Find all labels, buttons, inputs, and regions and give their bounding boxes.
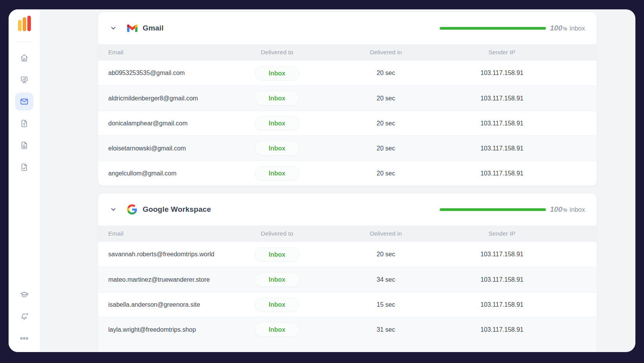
table-row: aldricmildenberger8@gmail.comInbox20 sec…: [98, 86, 597, 111]
inbox-progress-bar: [440, 27, 546, 30]
column-header-sender-ip: Sender IP: [442, 49, 562, 56]
percent-value: 100: [550, 24, 562, 32]
column-header-sender-ip: Sender IP: [442, 230, 562, 237]
column-header-email: Email: [98, 49, 224, 56]
table-row: donicalamphear@gmail.comInbox20 sec103.1…: [98, 111, 597, 136]
sender-ip-cell: 103.117.158.91: [442, 301, 562, 308]
presentation-chart-icon: [20, 75, 29, 84]
table-row: savannah.roberts@freedomtrips.worldInbox…: [98, 242, 597, 267]
table-body: ab0953253535@gmail.comInbox20 sec103.117…: [98, 61, 597, 186]
delivered-to-cell: Inbox: [224, 297, 330, 312]
sidebar-item-notifications[interactable]: [15, 308, 33, 325]
delivered-in-cell: 20 sec: [330, 70, 442, 77]
sidebar-item-checklist[interactable]: [15, 158, 33, 176]
inbox-percent: 100 % inbox: [550, 24, 585, 32]
envelope-icon: [20, 97, 29, 106]
delivered-in-cell: 20 sec: [330, 145, 442, 152]
inbox-rate: 100 % inbox: [440, 24, 585, 32]
column-header-delivered-to: Delivered to: [224, 230, 330, 237]
provider-card-gmail: Gmail 100 % inbox Email Delivered to Del…: [98, 12, 597, 186]
card-filler: [98, 342, 597, 352]
file-check-icon: [20, 163, 29, 172]
email-cell: layla.wright@freedomtrips.shop: [98, 326, 224, 333]
table-row: ab0953253535@gmail.comInbox20 sec103.117…: [98, 61, 597, 86]
provider-title: Gmail: [143, 24, 164, 32]
collapse-section-button[interactable]: [109, 205, 118, 214]
sidebar-item-reports[interactable]: [15, 136, 33, 154]
app-window: Gmail 100 % inbox Email Delivered to Del…: [9, 9, 635, 352]
email-cell: aldricmildenberger8@gmail.com: [98, 95, 224, 102]
delivered-to-cell: Inbox: [224, 247, 330, 262]
sender-ip-cell: 103.117.158.91: [442, 70, 562, 77]
sidebar-bottom: [15, 286, 33, 347]
card-header: Google Workspace 100 % inbox: [98, 193, 597, 225]
google-icon: [127, 204, 138, 215]
table-header: Email Delivered to Delivered in Sender I…: [98, 44, 597, 61]
provider-card-google-workspace: Google Workspace 100 % inbox Email Deliv…: [98, 193, 597, 352]
percent-value: 100: [550, 205, 562, 214]
bell-plus-icon: [20, 312, 29, 321]
email-cell: angelcullom@gmail.com: [98, 170, 224, 177]
table-header: Email Delivered to Delivered in Sender I…: [98, 225, 597, 242]
delivered-in-cell: 15 sec: [330, 301, 442, 308]
ellipsis-icon: [20, 334, 29, 343]
sidebar-item-analytics[interactable]: [15, 71, 33, 89]
inbox-badge: Inbox: [255, 116, 299, 131]
collapse-section-button[interactable]: [109, 24, 118, 32]
provider-title: Google Workspace: [143, 205, 211, 214]
sender-ip-cell: 103.117.158.91: [442, 95, 562, 102]
inbox-badge: Inbox: [255, 297, 299, 312]
delivered-to-cell: Inbox: [224, 166, 330, 181]
inbox-progress-bar: [440, 208, 546, 211]
logo-bar: [27, 16, 31, 31]
percent-sign: %: [563, 26, 567, 32]
inbox-badge: Inbox: [255, 166, 299, 181]
table-row: eloisetarnowski@gmail.comInbox20 sec103.…: [98, 136, 597, 161]
delivered-to-cell: Inbox: [224, 116, 330, 131]
inbox-label: inbox: [570, 206, 585, 213]
file-text-icon: [20, 119, 29, 128]
sidebar-item-home[interactable]: [15, 49, 33, 67]
inbox-badge: Inbox: [255, 141, 299, 156]
inbox-badge: Inbox: [255, 66, 299, 80]
chevron-down-icon: [110, 25, 117, 32]
delivered-in-cell: 20 sec: [330, 95, 442, 102]
inbox-percent: 100 % inbox: [550, 205, 585, 214]
delivered-to-cell: Inbox: [224, 66, 330, 80]
sender-ip-cell: 103.117.158.91: [442, 120, 562, 127]
sidebar: [9, 9, 40, 352]
delivered-to-cell: Inbox: [224, 91, 330, 106]
table-row: mateo.martinez@truewanderer.storeInbox34…: [98, 267, 597, 292]
delivered-to-cell: Inbox: [224, 272, 330, 287]
sidebar-item-email-tests[interactable]: [15, 93, 33, 111]
email-cell: isabella.anderson@greenora.site: [98, 301, 224, 308]
logo-bar: [18, 20, 21, 31]
card-header: Gmail 100 % inbox: [98, 12, 597, 44]
delivered-in-cell: 20 sec: [330, 170, 442, 177]
table-row: angelcullom@gmail.comInbox20 sec103.117.…: [98, 161, 597, 186]
inbox-badge: Inbox: [255, 272, 299, 287]
app-logo-icon[interactable]: [18, 16, 31, 31]
email-cell: savannah.roberts@freedomtrips.world: [98, 251, 224, 258]
column-header-delivered-in: Delivered in: [330, 230, 442, 237]
table-body: savannah.roberts@freedomtrips.worldInbox…: [98, 242, 597, 342]
sender-ip-cell: 103.117.158.91: [442, 170, 562, 177]
delivered-to-cell: Inbox: [224, 322, 330, 337]
column-header-delivered-to: Delivered to: [224, 49, 330, 56]
email-cell: ab0953253535@gmail.com: [98, 70, 224, 77]
main-content: Gmail 100 % inbox Email Delivered to Del…: [40, 9, 635, 352]
inbox-badge: Inbox: [255, 91, 299, 106]
inbox-badge: Inbox: [255, 247, 299, 262]
table-row: layla.wright@freedomtrips.shopInbox31 se…: [98, 317, 597, 342]
sender-ip-cell: 103.117.158.91: [442, 145, 562, 152]
logo-bar: [23, 17, 26, 31]
sidebar-item-academy[interactable]: [15, 286, 33, 304]
sidebar-item-templates[interactable]: [15, 114, 33, 132]
delivered-in-cell: 20 sec: [330, 251, 442, 258]
graduation-cap-icon: [20, 290, 29, 299]
gmail-icon: [127, 23, 138, 34]
column-header-delivered-in: Delivered in: [330, 49, 442, 56]
inbox-badge: Inbox: [255, 322, 299, 337]
percent-sign: %: [563, 207, 567, 213]
sidebar-item-more[interactable]: [15, 329, 33, 347]
